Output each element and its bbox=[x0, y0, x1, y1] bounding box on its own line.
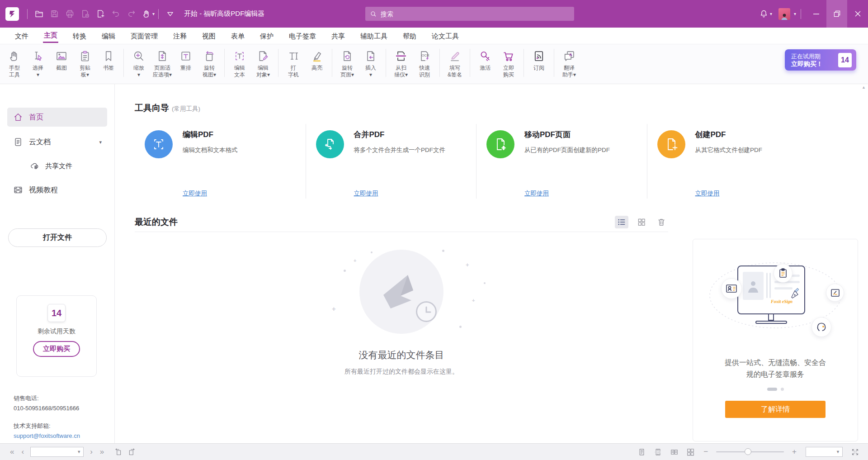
hand-tool-dropdown-caret[interactable]: ▾ bbox=[152, 11, 155, 16]
collapse-ribbon-button[interactable] bbox=[162, 7, 178, 21]
carousel-dot-active[interactable] bbox=[767, 388, 777, 391]
close-button[interactable] bbox=[847, 0, 868, 28]
export-page-button[interactable] bbox=[77, 7, 93, 21]
account-caret[interactable]: ▾ bbox=[794, 11, 796, 16]
redo-button[interactable] bbox=[123, 7, 139, 21]
next-page-button[interactable]: › bbox=[86, 447, 96, 456]
prev-page-button[interactable]: ‹ bbox=[18, 447, 28, 456]
select-button[interactable]: 选择 ▾ bbox=[26, 48, 50, 78]
sidebar-item-cloud-docs[interactable]: 云文档 ▾ bbox=[7, 133, 107, 152]
user-avatar[interactable] bbox=[778, 8, 790, 20]
translate-button[interactable]: A 翻译 助手▾ bbox=[557, 48, 581, 78]
zoom-slider[interactable] bbox=[716, 446, 784, 458]
single-page-view-button[interactable] bbox=[635, 446, 648, 458]
zoom-button[interactable]: 缩放 ▾ bbox=[127, 48, 151, 78]
hand-tool-button[interactable]: 手型 工具 bbox=[3, 48, 26, 78]
sidebar-item-home[interactable]: 首页 bbox=[7, 108, 107, 127]
edit-pdf-card[interactable]: 编辑PDF 编辑文档和文本格式 立即使用 bbox=[135, 124, 306, 199]
scrollbar-up-arrow[interactable]: ▲ bbox=[862, 85, 866, 90]
menu-tab-protect[interactable]: 保护 bbox=[252, 28, 281, 44]
ocr-button[interactable]: OCR 快速 识别 bbox=[413, 48, 436, 78]
zoom-level-input[interactable] bbox=[806, 449, 834, 455]
snapshot-button[interactable]: 截图 bbox=[50, 48, 73, 71]
use-now-link[interactable]: 立即使用 bbox=[695, 190, 720, 198]
menu-tab-view[interactable]: 视图 bbox=[194, 28, 223, 44]
add-page-button[interactable] bbox=[93, 7, 108, 21]
sidebar-item-video-tutorials[interactable]: 视频教程 bbox=[7, 180, 107, 199]
buy-now-button[interactable]: 立即购买 bbox=[33, 341, 80, 357]
sidebar-item-shared-files[interactable]: 共享文件 bbox=[24, 157, 107, 175]
search-input[interactable] bbox=[381, 10, 570, 18]
chevron-down-icon[interactable]: ▾ bbox=[99, 139, 102, 145]
print-button[interactable] bbox=[62, 7, 77, 21]
rotate-page-button[interactable]: 旋转 页面▾ bbox=[335, 48, 359, 78]
grid-view-button[interactable] bbox=[635, 216, 648, 228]
fill-sign-button[interactable]: 填写 &签名 bbox=[443, 48, 467, 78]
menu-tab-convert[interactable]: 转换 bbox=[65, 28, 94, 44]
menu-tab-form[interactable]: 表单 bbox=[223, 28, 252, 44]
zoom-slider-thumb[interactable] bbox=[745, 448, 751, 455]
menu-tab-comment[interactable]: 注释 bbox=[165, 28, 194, 44]
chevron-down-icon[interactable]: ▼ bbox=[75, 450, 83, 454]
carousel-dots[interactable] bbox=[693, 388, 858, 391]
page-fit-button[interactable]: 页面适 应选项▾ bbox=[151, 48, 174, 78]
page-number-combo[interactable]: ▼ bbox=[30, 447, 84, 457]
menu-tab-edit[interactable]: 编辑 bbox=[94, 28, 123, 44]
open-file-button[interactable]: 打开文件 bbox=[8, 228, 107, 247]
scanner-button[interactable]: 从扫 描仪▾ bbox=[389, 48, 413, 78]
edit-object-button[interactable]: 编辑 对象▾ bbox=[251, 48, 275, 78]
zoom-out-button[interactable]: − bbox=[700, 447, 712, 456]
zoom-in-button[interactable]: + bbox=[788, 447, 800, 456]
chevron-down-icon[interactable]: ▼ bbox=[834, 450, 842, 454]
zoom-level-combo[interactable]: ▼ bbox=[806, 447, 843, 457]
menu-tab-file[interactable]: 文件 bbox=[7, 28, 36, 44]
clear-recent-button[interactable] bbox=[655, 216, 668, 228]
fullscreen-button[interactable] bbox=[848, 446, 862, 458]
open-file-button[interactable] bbox=[31, 7, 47, 21]
menu-tab-accessibility[interactable]: 辅助工具 bbox=[353, 28, 395, 44]
merge-pdf-card[interactable]: 合并PDF 将多个文件合并生成一个PDF文件 立即使用 bbox=[306, 124, 476, 199]
learn-more-button[interactable]: 了解详情 bbox=[725, 401, 826, 418]
activate-button[interactable]: 激活 bbox=[473, 48, 497, 71]
undo-button[interactable] bbox=[108, 7, 123, 21]
menu-tab-share[interactable]: 共享 bbox=[324, 28, 353, 44]
continuous-view-button[interactable] bbox=[651, 446, 665, 458]
notifications-button[interactable] bbox=[756, 7, 772, 21]
move-pdf-pages-card[interactable]: 移动PDF页面 从已有的PDF页面创建新的PDF 立即使用 bbox=[476, 124, 647, 199]
restore-button[interactable] bbox=[826, 0, 847, 28]
facing-continuous-view-button[interactable] bbox=[684, 446, 697, 458]
previous-view-button[interactable] bbox=[111, 446, 125, 458]
save-button[interactable] bbox=[47, 7, 62, 21]
buy-now-button[interactable]: 立即 购买 bbox=[497, 48, 520, 78]
trial-banner[interactable]: 正在试用期 立即购买！ 14 bbox=[785, 49, 856, 71]
reflow-button[interactable]: 重排 bbox=[174, 48, 198, 71]
search-box[interactable] bbox=[365, 7, 574, 21]
create-pdf-card[interactable]: 创建PDF 从其它格式文件创建PDF 立即使用 bbox=[647, 124, 818, 199]
hand-tool-quick-button[interactable] bbox=[139, 7, 154, 21]
menu-tab-help[interactable]: 帮助 bbox=[395, 28, 424, 44]
use-now-link[interactable]: 立即使用 bbox=[183, 190, 207, 198]
carousel-dot[interactable] bbox=[781, 388, 784, 391]
facing-view-button[interactable] bbox=[667, 446, 681, 458]
menu-tab-paper-tools[interactable]: 论文工具 bbox=[424, 28, 467, 44]
bookmark-button[interactable]: 书签 bbox=[97, 48, 120, 71]
rotate-view-button[interactable]: 旋转 视图▾ bbox=[198, 48, 221, 78]
insert-page-button[interactable]: 插入 ▾ bbox=[359, 48, 382, 78]
notifications-caret[interactable]: ▾ bbox=[770, 11, 772, 16]
menu-tab-home[interactable]: 主页 bbox=[36, 28, 65, 44]
edit-text-button[interactable]: 编辑 文本 bbox=[228, 48, 251, 78]
subscribe-button[interactable]: 订阅 bbox=[527, 48, 551, 71]
use-now-link[interactable]: 立即使用 bbox=[354, 190, 378, 198]
menu-tab-esign[interactable]: 电子签章 bbox=[281, 28, 324, 44]
use-now-link[interactable]: 立即使用 bbox=[524, 190, 549, 198]
clipboard-button[interactable]: 剪贴 板▾ bbox=[73, 48, 97, 78]
highlight-button[interactable]: 高亮 bbox=[305, 48, 329, 71]
page-number-input[interactable] bbox=[31, 449, 75, 455]
menu-tab-page-manage[interactable]: 页面管理 bbox=[123, 28, 165, 44]
first-page-button[interactable]: « bbox=[6, 447, 18, 456]
support-email-link[interactable]: support@foxitsoftware.cn bbox=[14, 431, 80, 441]
next-view-button[interactable] bbox=[125, 446, 138, 458]
last-page-button[interactable]: » bbox=[96, 447, 108, 456]
minimize-button[interactable] bbox=[806, 0, 826, 28]
typewriter-button[interactable]: 打 字机 bbox=[282, 48, 305, 78]
